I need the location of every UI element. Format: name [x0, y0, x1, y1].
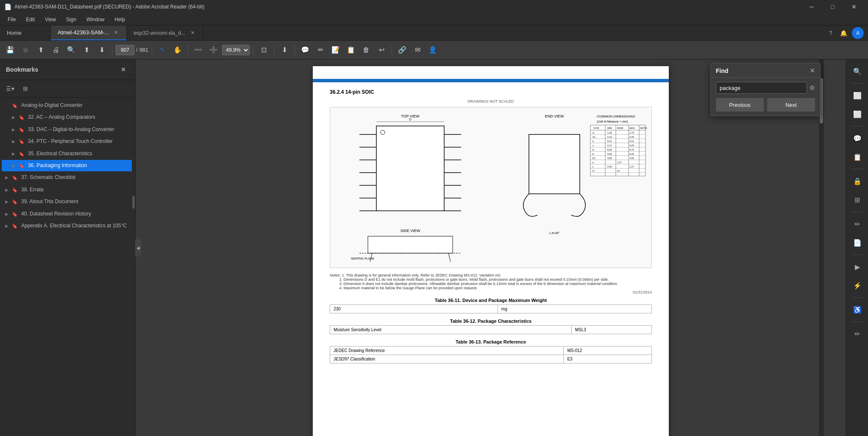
- tab-esp32-close[interactable]: ✕: [189, 29, 196, 36]
- bookmark-icon: 🔖: [12, 102, 19, 109]
- bookmark-37[interactable]: ▶ 🔖 37. Schematic Checklist: [2, 172, 134, 183]
- prev-page-button[interactable]: ⬆: [80, 43, 93, 57]
- tab-atmel[interactable]: Atmel-42363-SAM-... ✕: [51, 25, 127, 40]
- zoom-out-button[interactable]: ➖: [192, 43, 205, 57]
- right-action-icon[interactable]: ▶: [849, 258, 866, 275]
- close-button[interactable]: ✕: [844, 0, 864, 14]
- svg-text:A1: A1: [593, 136, 595, 138]
- find-next-button[interactable]: Next: [767, 98, 815, 112]
- help-icon[interactable]: ?: [826, 29, 835, 37]
- zoom-in-button[interactable]: ➕: [207, 43, 220, 57]
- bookmark-icon: 🔖: [19, 138, 25, 145]
- edit-pdf-button[interactable]: 📋: [344, 43, 358, 57]
- zoom-select[interactable]: 49.9% 25% 50% 75% 100%: [222, 45, 250, 55]
- pdf-notes: Notes: 1. This drawing is for general in…: [330, 273, 652, 290]
- bookmark-adc[interactable]: 🔖 Analog-to-Digital Converter: [2, 100, 134, 111]
- notifications-icon[interactable]: 🔔: [839, 29, 848, 37]
- right-tools-icon[interactable]: ⊞: [849, 191, 866, 208]
- delete-button[interactable]: 🗑: [359, 43, 373, 57]
- find-previous-button[interactable]: Previous: [716, 98, 764, 112]
- ic-drawing-area: TOP VIEW: [330, 107, 652, 268]
- find-close-button[interactable]: ✕: [810, 67, 815, 75]
- markup-button[interactable]: 📝: [329, 43, 342, 57]
- sidebar-scrollbar-thumb[interactable]: [132, 196, 135, 209]
- tab-home[interactable]: Home: [0, 25, 51, 40]
- cursor-tool[interactable]: ↖: [156, 43, 169, 57]
- right-zoom-icon[interactable]: 🔍: [849, 63, 866, 80]
- right-forms-icon[interactable]: 📄: [849, 234, 866, 251]
- save-button[interactable]: 💾: [3, 43, 17, 57]
- undo-button[interactable]: ↩: [375, 43, 388, 57]
- bookmark-36[interactable]: ▶ 🔖 36. Packaging Information: [2, 160, 134, 171]
- fit-page-button[interactable]: ⊡: [257, 43, 270, 57]
- tab-esp32[interactable]: esp32-wroom-da_d... ✕: [127, 25, 203, 40]
- right-edit-icon[interactable]: ✏: [849, 215, 866, 232]
- bookmark-icon: 🔖: [19, 126, 25, 133]
- find-input[interactable]: [716, 82, 807, 94]
- right-comment-icon[interactable]: 💬: [849, 130, 866, 147]
- find-options-icon[interactable]: ⚙: [810, 84, 815, 91]
- bookmark-32[interactable]: ▶ 🔖 32. AC – Analog Comparators: [2, 112, 134, 123]
- bookmark-button[interactable]: ☆: [19, 43, 32, 57]
- menu-file[interactable]: File: [3, 15, 20, 24]
- search-button[interactable]: 🔍: [64, 43, 78, 57]
- right-layers-icon[interactable]: ⬜: [849, 106, 866, 123]
- next-page-button[interactable]: ⬇: [95, 43, 108, 57]
- table-13-row-0-value: MS-012: [564, 347, 652, 355]
- menu-window[interactable]: Window: [82, 15, 109, 24]
- sidebar-close-button[interactable]: ✕: [117, 64, 129, 75]
- menu-edit[interactable]: Edit: [22, 15, 39, 24]
- svg-text:D: D: [409, 118, 411, 121]
- bookmark-33[interactable]: ▶ 🔖 33. DAC – Digital-to-Analog Converte…: [2, 124, 134, 135]
- sidebar-scrollbar-track[interactable]: [132, 93, 135, 436]
- link-button[interactable]: 🔗: [395, 43, 409, 57]
- bookmark-expand-button[interactable]: ⊞: [19, 83, 31, 95]
- upload-button[interactable]: ⬆: [34, 43, 47, 57]
- table-13-title: Table 36-13. Package Reference: [330, 339, 652, 344]
- svg-text:1.27: 1.27: [617, 161, 622, 164]
- toolbar-sep-2: [152, 45, 152, 55]
- menu-help[interactable]: Help: [111, 15, 130, 24]
- right-pencil-icon[interactable]: ✏: [849, 325, 866, 342]
- right-javascript-icon[interactable]: ⚡: [849, 277, 866, 294]
- chevron-icon: ▶: [5, 210, 12, 217]
- maximize-button[interactable]: □: [823, 0, 843, 14]
- minimize-button[interactable]: ─: [802, 0, 821, 14]
- comment-button[interactable]: 💬: [298, 43, 312, 57]
- account-icon[interactable]: A: [852, 27, 864, 39]
- sidebar-title: Bookmarks: [6, 66, 38, 73]
- right-accessibility-icon[interactable]: ♿: [849, 301, 866, 318]
- svg-text:COMMON DIMENSIONS: COMMON DIMENSIONS: [597, 115, 635, 118]
- bookmark-appendix-a[interactable]: ▶ 🔖 Appendix A. Electrical Characteristi…: [2, 220, 134, 232]
- bookmark-40[interactable]: ▶ 🔖 40. Datasheet Revision History: [2, 208, 134, 220]
- chevron-icon: ▶: [12, 114, 19, 120]
- table-11: 230 mg: [330, 305, 652, 313]
- main-layout: Bookmarks ✕ ☰▾ ⊞ 🔖 Analog-to-Digital Con…: [0, 59, 868, 436]
- svg-text:6.20: 6.20: [629, 153, 634, 155]
- menu-view[interactable]: View: [41, 15, 60, 24]
- email-button[interactable]: ✉: [411, 43, 424, 57]
- tab-atmel-close[interactable]: ✕: [112, 29, 120, 36]
- svg-text:L: L: [593, 165, 594, 168]
- bookmark-39[interactable]: ▶ 🔖 39. About This Document: [2, 196, 134, 207]
- download-button[interactable]: ⬇: [278, 43, 291, 57]
- highlight-button[interactable]: ✏: [314, 43, 327, 57]
- right-pan-icon[interactable]: ⬜: [849, 87, 866, 104]
- svg-text:e: e: [593, 161, 594, 164]
- menu-sign[interactable]: Sign: [62, 15, 81, 24]
- user-button[interactable]: 👤: [426, 43, 440, 57]
- bookmark-38[interactable]: ▶ 🔖 38. Errata: [2, 184, 134, 196]
- right-protect-icon[interactable]: 🔒: [849, 173, 866, 190]
- page-input[interactable]: [116, 45, 134, 55]
- page-total: 981: [139, 47, 149, 53]
- sidebar-collapse-button[interactable]: ◀: [135, 239, 141, 256]
- bookmark-34[interactable]: ▶ 🔖 34. PTC - Peripheral Touch Controlle…: [2, 136, 134, 147]
- titlebar-controls[interactable]: ─ □ ✕: [802, 0, 864, 14]
- right-review-icon[interactable]: 📋: [849, 148, 866, 165]
- bookmark-options-button[interactable]: ☰▾: [4, 83, 16, 95]
- print-button[interactable]: 🖨: [49, 43, 63, 57]
- hand-tool[interactable]: ✋: [171, 43, 184, 57]
- sidebar-toolbar: ☰▾ ⊞: [0, 80, 135, 98]
- bookmark-35[interactable]: ▶ 🔖 35. Electrical Characteristics: [2, 148, 134, 159]
- pdf-section-title: 36.2.4 14-pin SOIC: [330, 89, 652, 95]
